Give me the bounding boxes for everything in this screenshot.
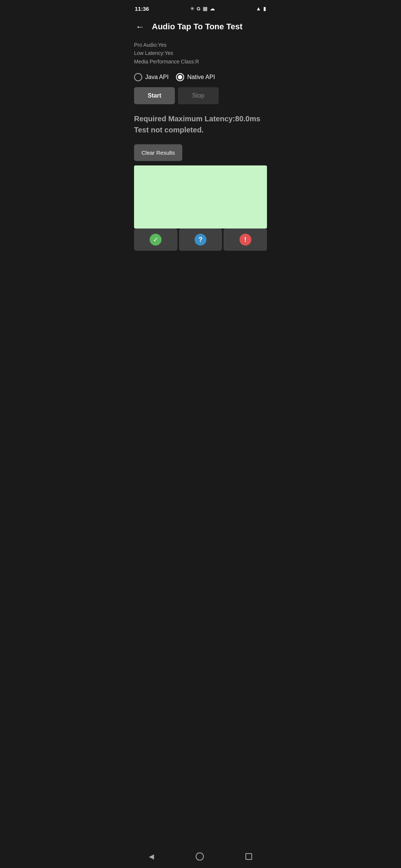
status-icons-left: ✳ G ▦ ☁ bbox=[190, 6, 215, 11]
top-bar: ← Audio Tap To Tone Test bbox=[128, 16, 273, 38]
google-icon: G bbox=[197, 6, 200, 11]
radio-native-inner bbox=[178, 75, 182, 79]
calendar-icon: ▦ bbox=[203, 6, 208, 11]
green-result-area bbox=[134, 165, 267, 228]
status-time: 11:36 bbox=[135, 6, 149, 12]
radio-native-label: Native API bbox=[187, 74, 215, 80]
radio-java-api[interactable]: Java API bbox=[134, 73, 169, 81]
radio-java-label: Java API bbox=[145, 74, 169, 80]
stop-button[interactable]: Stop bbox=[178, 87, 219, 104]
question-button[interactable]: ? bbox=[179, 228, 222, 251]
page-title: Audio Tap To Tone Test bbox=[152, 22, 242, 32]
radio-native-circle bbox=[176, 73, 184, 81]
start-button[interactable]: Start bbox=[134, 87, 175, 104]
check-icon: ✓ bbox=[150, 234, 162, 246]
info-section: Pro Audio:Yes Low Latency:Yes Media Perf… bbox=[128, 38, 273, 70]
status-icons-right: ▲ ▮ bbox=[256, 6, 266, 11]
cloud-icon: ☁ bbox=[210, 6, 215, 11]
question-icon: ? bbox=[195, 234, 206, 246]
check-button[interactable]: ✓ bbox=[134, 228, 177, 251]
radio-native-api[interactable]: Native API bbox=[176, 73, 215, 81]
wifi-icon: ▲ bbox=[256, 6, 261, 11]
exclamation-button[interactable]: ! bbox=[224, 228, 267, 251]
clear-results-button[interactable]: Clear Results bbox=[134, 144, 182, 161]
info-line-1: Pro Audio:Yes bbox=[134, 41, 267, 49]
exclamation-icon: ! bbox=[239, 234, 251, 246]
radio-java-circle bbox=[134, 73, 142, 81]
info-line-3: Media Performance Class:R bbox=[134, 57, 267, 66]
info-line-2: Low Latency:Yes bbox=[134, 49, 267, 57]
back-button[interactable]: ← bbox=[134, 20, 146, 33]
status-icon-row: ✓ ? ! bbox=[134, 228, 267, 251]
battery-icon: ▮ bbox=[263, 6, 266, 11]
result-line1: Required Maximum Latency:80.0ms bbox=[134, 113, 267, 124]
buttons-row: Start Stop bbox=[128, 87, 273, 110]
radio-group: Java API Native API bbox=[128, 70, 273, 87]
result-line2: Test not completed. bbox=[134, 124, 267, 135]
result-section: Required Maximum Latency:80.0ms Test not… bbox=[128, 110, 273, 144]
fan-icon: ✳ bbox=[190, 6, 195, 11]
status-bar: 11:36 ✳ G ▦ ☁ ▲ ▮ bbox=[128, 0, 273, 16]
